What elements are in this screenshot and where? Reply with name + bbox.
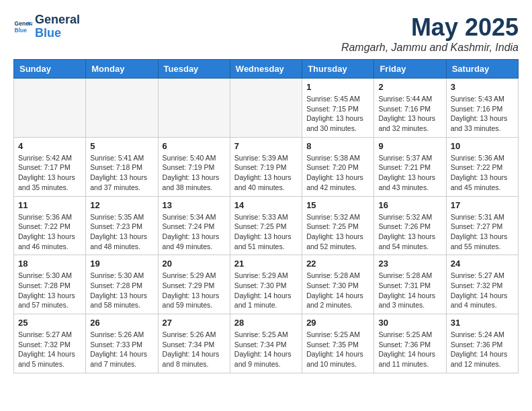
weekday-header: Friday bbox=[374, 60, 446, 79]
logo-line1: General bbox=[35, 13, 80, 27]
calendar-cell: 25Sunrise: 5:27 AM Sunset: 7:32 PM Dayli… bbox=[14, 314, 86, 373]
day-number: 12 bbox=[90, 200, 153, 210]
day-number: 10 bbox=[451, 141, 514, 151]
weekday-header-row: SundayMondayTuesdayWednesdayThursdayFrid… bbox=[14, 60, 519, 79]
calendar-cell: 22Sunrise: 5:28 AM Sunset: 7:30 PM Dayli… bbox=[302, 255, 374, 314]
day-number: 3 bbox=[451, 82, 514, 92]
day-number: 6 bbox=[163, 141, 226, 151]
day-number: 27 bbox=[163, 318, 226, 328]
calendar-cell: 4Sunrise: 5:42 AM Sunset: 7:17 PM Daylig… bbox=[14, 137, 86, 196]
calendar-cell bbox=[158, 79, 230, 138]
logo: General Blue General Blue bbox=[13, 13, 80, 40]
day-number: 26 bbox=[90, 318, 153, 328]
day-info: Sunrise: 5:24 AM Sunset: 7:36 PM Dayligh… bbox=[451, 330, 514, 369]
day-info: Sunrise: 5:40 AM Sunset: 7:19 PM Dayligh… bbox=[163, 153, 226, 193]
day-info: Sunrise: 5:27 AM Sunset: 7:32 PM Dayligh… bbox=[18, 330, 81, 369]
day-info: Sunrise: 5:35 AM Sunset: 7:23 PM Dayligh… bbox=[90, 212, 153, 252]
day-info: Sunrise: 5:38 AM Sunset: 7:20 PM Dayligh… bbox=[306, 153, 369, 193]
calendar-cell: 2Sunrise: 5:44 AM Sunset: 7:16 PM Daylig… bbox=[374, 79, 446, 138]
day-info: Sunrise: 5:42 AM Sunset: 7:17 PM Dayligh… bbox=[18, 153, 81, 193]
calendar-week-row: 1Sunrise: 5:45 AM Sunset: 7:15 PM Daylig… bbox=[14, 79, 519, 138]
calendar-cell: 9Sunrise: 5:37 AM Sunset: 7:21 PM Daylig… bbox=[374, 137, 446, 196]
calendar-cell: 10Sunrise: 5:36 AM Sunset: 7:22 PM Dayli… bbox=[446, 137, 518, 196]
day-info: Sunrise: 5:28 AM Sunset: 7:31 PM Dayligh… bbox=[378, 271, 441, 310]
day-info: Sunrise: 5:30 AM Sunset: 7:28 PM Dayligh… bbox=[18, 271, 81, 310]
calendar-cell bbox=[230, 79, 302, 138]
logo-line2: Blue bbox=[35, 27, 80, 40]
day-number: 17 bbox=[451, 200, 514, 210]
day-info: Sunrise: 5:41 AM Sunset: 7:18 PM Dayligh… bbox=[90, 153, 153, 193]
weekday-header: Sunday bbox=[14, 60, 86, 79]
calendar-cell: 5Sunrise: 5:41 AM Sunset: 7:18 PM Daylig… bbox=[86, 137, 158, 196]
calendar-cell bbox=[86, 79, 158, 138]
day-info: Sunrise: 5:25 AM Sunset: 7:34 PM Dayligh… bbox=[234, 330, 298, 369]
calendar-cell: 7Sunrise: 5:39 AM Sunset: 7:19 PM Daylig… bbox=[230, 137, 302, 196]
day-info: Sunrise: 5:33 AM Sunset: 7:25 PM Dayligh… bbox=[234, 212, 298, 252]
weekday-header: Tuesday bbox=[158, 60, 230, 79]
day-number: 16 bbox=[378, 200, 441, 210]
day-info: Sunrise: 5:43 AM Sunset: 7:16 PM Dayligh… bbox=[451, 94, 514, 134]
calendar-cell: 6Sunrise: 5:40 AM Sunset: 7:19 PM Daylig… bbox=[158, 137, 230, 196]
day-number: 20 bbox=[163, 259, 226, 269]
day-number: 22 bbox=[306, 259, 369, 269]
day-number: 18 bbox=[18, 259, 81, 269]
day-info: Sunrise: 5:39 AM Sunset: 7:19 PM Dayligh… bbox=[234, 153, 298, 193]
day-info: Sunrise: 5:26 AM Sunset: 7:33 PM Dayligh… bbox=[90, 330, 153, 369]
calendar-cell: 14Sunrise: 5:33 AM Sunset: 7:25 PM Dayli… bbox=[230, 196, 302, 255]
day-info: Sunrise: 5:25 AM Sunset: 7:35 PM Dayligh… bbox=[306, 330, 369, 369]
day-number: 4 bbox=[18, 141, 81, 151]
day-number: 2 bbox=[378, 82, 441, 92]
weekday-header: Monday bbox=[86, 60, 158, 79]
weekday-header: Saturday bbox=[446, 60, 518, 79]
calendar-cell: 12Sunrise: 5:35 AM Sunset: 7:23 PM Dayli… bbox=[86, 196, 158, 255]
calendar-cell: 28Sunrise: 5:25 AM Sunset: 7:34 PM Dayli… bbox=[230, 314, 302, 373]
day-info: Sunrise: 5:29 AM Sunset: 7:30 PM Dayligh… bbox=[234, 271, 298, 310]
day-info: Sunrise: 5:31 AM Sunset: 7:27 PM Dayligh… bbox=[451, 212, 514, 252]
calendar-cell: 30Sunrise: 5:25 AM Sunset: 7:36 PM Dayli… bbox=[374, 314, 446, 373]
day-number: 23 bbox=[378, 259, 441, 269]
day-info: Sunrise: 5:25 AM Sunset: 7:36 PM Dayligh… bbox=[378, 330, 441, 369]
day-number: 31 bbox=[451, 318, 514, 328]
day-number: 21 bbox=[234, 259, 298, 269]
calendar-cell: 13Sunrise: 5:34 AM Sunset: 7:24 PM Dayli… bbox=[158, 196, 230, 255]
calendar-week-row: 18Sunrise: 5:30 AM Sunset: 7:28 PM Dayli… bbox=[14, 255, 519, 314]
calendar-cell: 11Sunrise: 5:36 AM Sunset: 7:22 PM Dayli… bbox=[14, 196, 86, 255]
day-info: Sunrise: 5:29 AM Sunset: 7:29 PM Dayligh… bbox=[163, 271, 226, 310]
month-title: May 2025 bbox=[341, 13, 519, 42]
calendar-cell: 18Sunrise: 5:30 AM Sunset: 7:28 PM Dayli… bbox=[14, 255, 86, 314]
calendar-cell: 8Sunrise: 5:38 AM Sunset: 7:20 PM Daylig… bbox=[302, 137, 374, 196]
day-info: Sunrise: 5:30 AM Sunset: 7:28 PM Dayligh… bbox=[90, 271, 153, 310]
calendar-cell: 19Sunrise: 5:30 AM Sunset: 7:28 PM Dayli… bbox=[86, 255, 158, 314]
day-info: Sunrise: 5:36 AM Sunset: 7:22 PM Dayligh… bbox=[451, 153, 514, 193]
calendar-cell: 26Sunrise: 5:26 AM Sunset: 7:33 PM Dayli… bbox=[86, 314, 158, 373]
day-number: 30 bbox=[378, 318, 441, 328]
calendar-table: SundayMondayTuesdayWednesdayThursdayFrid… bbox=[13, 59, 519, 373]
calendar-cell: 3Sunrise: 5:43 AM Sunset: 7:16 PM Daylig… bbox=[446, 79, 518, 138]
day-info: Sunrise: 5:36 AM Sunset: 7:22 PM Dayligh… bbox=[18, 212, 81, 252]
day-number: 9 bbox=[378, 141, 441, 151]
day-number: 7 bbox=[234, 141, 298, 151]
day-info: Sunrise: 5:44 AM Sunset: 7:16 PM Dayligh… bbox=[378, 94, 441, 134]
day-number: 25 bbox=[18, 318, 81, 328]
day-number: 8 bbox=[306, 141, 369, 151]
day-info: Sunrise: 5:32 AM Sunset: 7:25 PM Dayligh… bbox=[306, 212, 369, 252]
calendar-week-row: 4Sunrise: 5:42 AM Sunset: 7:17 PM Daylig… bbox=[14, 137, 519, 196]
calendar-cell: 16Sunrise: 5:32 AM Sunset: 7:26 PM Dayli… bbox=[374, 196, 446, 255]
day-number: 29 bbox=[306, 318, 369, 328]
calendar-cell: 1Sunrise: 5:45 AM Sunset: 7:15 PM Daylig… bbox=[302, 79, 374, 138]
day-number: 13 bbox=[163, 200, 226, 210]
weekday-header: Wednesday bbox=[230, 60, 302, 79]
day-number: 1 bbox=[306, 82, 369, 92]
calendar-cell: 17Sunrise: 5:31 AM Sunset: 7:27 PM Dayli… bbox=[446, 196, 518, 255]
calendar-cell: 27Sunrise: 5:26 AM Sunset: 7:34 PM Dayli… bbox=[158, 314, 230, 373]
day-number: 14 bbox=[234, 200, 298, 210]
calendar-cell: 23Sunrise: 5:28 AM Sunset: 7:31 PM Dayli… bbox=[374, 255, 446, 314]
calendar-cell: 31Sunrise: 5:24 AM Sunset: 7:36 PM Dayli… bbox=[446, 314, 518, 373]
day-number: 5 bbox=[90, 141, 153, 151]
day-info: Sunrise: 5:34 AM Sunset: 7:24 PM Dayligh… bbox=[163, 212, 226, 252]
calendar-week-row: 11Sunrise: 5:36 AM Sunset: 7:22 PM Dayli… bbox=[14, 196, 519, 255]
day-info: Sunrise: 5:27 AM Sunset: 7:32 PM Dayligh… bbox=[451, 271, 514, 310]
day-number: 19 bbox=[90, 259, 153, 269]
day-number: 28 bbox=[234, 318, 298, 328]
day-number: 24 bbox=[451, 259, 514, 269]
